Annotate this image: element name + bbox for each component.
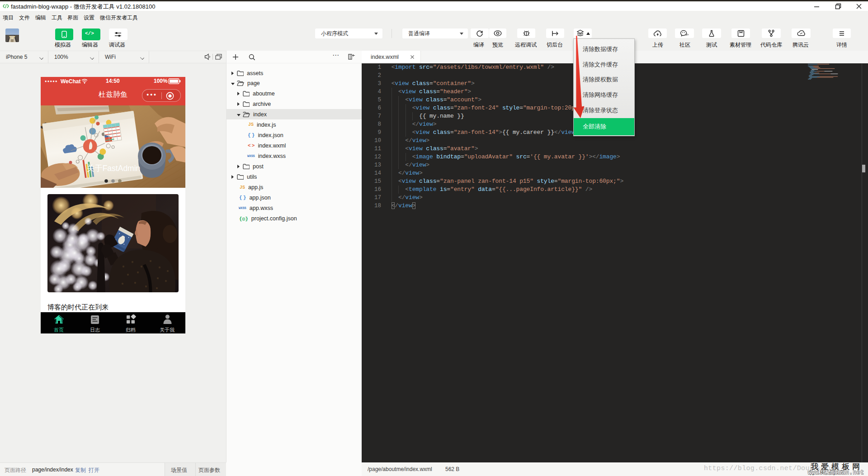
svg-text:关于FastAdmin: 关于FastAdmin (87, 164, 141, 173)
